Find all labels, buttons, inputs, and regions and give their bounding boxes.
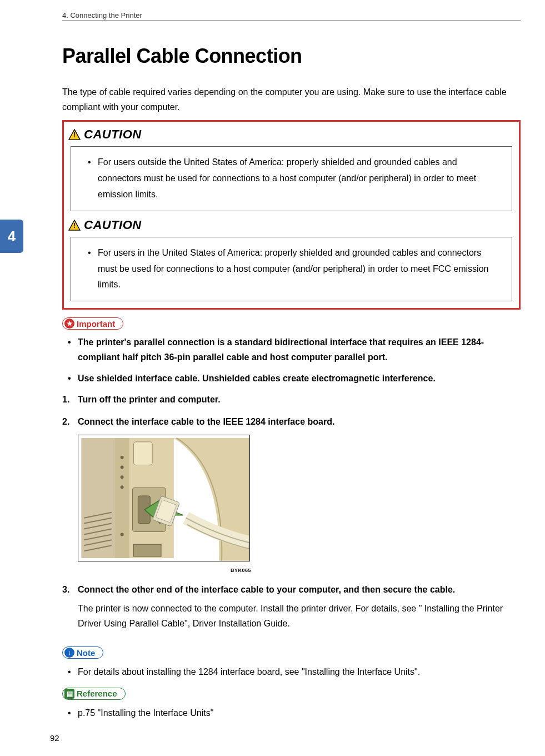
caution-heading-1: ! CAUTION: [68, 127, 514, 142]
caution-heading-2: ! CAUTION: [68, 218, 514, 232]
step-3: Connect the other end of the interface c…: [78, 583, 521, 631]
step-2-text: Connect the interface cable to the IEEE …: [78, 417, 334, 426]
arrow-down-icon: ↓: [64, 648, 74, 658]
step-3-subtext: The printer is now connected to the comp…: [78, 601, 521, 631]
step-2: Connect the interface cable to the IEEE …: [78, 415, 521, 575]
reference-list: p.75 "Installing the Interface Units": [62, 705, 521, 720]
running-header: 4. Connecting the Printer: [62, 11, 142, 19]
page-number: 92: [50, 733, 59, 743]
svg-text:!: !: [73, 221, 76, 230]
reference-label: Reference: [77, 689, 117, 698]
important-label: Important: [77, 319, 115, 329]
chapter-tab: 4: [0, 220, 23, 253]
reference-callout: ▤ Reference: [62, 688, 126, 700]
caution-container: ! CAUTION For users outside the United S…: [62, 120, 521, 310]
warning-triangle-icon: !: [68, 129, 81, 140]
important-list: The printer's parallel connection is a s…: [62, 335, 521, 386]
intro-paragraph: The type of cable required varies depend…: [62, 84, 521, 115]
svg-text:!: !: [73, 131, 76, 140]
main-content: Parallel Cable Connection The type of ca…: [62, 44, 521, 720]
figure-wrap: BYK065: [78, 435, 521, 575]
header-rule: [62, 20, 521, 21]
cable-connection-illustration: [78, 435, 250, 561]
note-callout: ↓ Note: [62, 646, 103, 659]
caution-text-1: For users outside the United States of A…: [98, 155, 501, 202]
caution-label-1: CAUTION: [84, 127, 142, 142]
note-list: For details about installing the 1284 in…: [62, 664, 521, 679]
important-item-1: The printer's parallel connection is a s…: [78, 335, 521, 365]
svg-point-15: [121, 485, 124, 489]
step-3-text: Connect the other end of the interface c…: [78, 585, 455, 594]
caution-text-2: For users in the United States of Americ…: [98, 245, 501, 293]
step-1-text: Turn off the printer and computer.: [78, 395, 221, 404]
svg-rect-21: [133, 544, 161, 556]
note-item: For details about installing the 1284 in…: [78, 664, 521, 679]
svg-point-16: [121, 533, 124, 536]
reference-item: p.75 "Installing the Interface Units": [78, 705, 521, 720]
page-title: Parallel Cable Connection: [62, 44, 521, 68]
caution-box-2: For users in the United States of Americ…: [71, 237, 512, 301]
figure-id: BYK065: [78, 566, 251, 574]
document-icon: ▤: [64, 689, 74, 699]
svg-point-13: [121, 465, 124, 469]
note-label: Note: [77, 648, 95, 658]
caution-label-2: CAUTION: [84, 218, 142, 232]
procedure-steps: Turn off the printer and computer. Conne…: [62, 392, 521, 631]
star-icon: ★: [64, 319, 74, 329]
warning-triangle-icon: !: [68, 220, 81, 231]
important-callout: ★ Important: [62, 317, 123, 330]
svg-rect-18: [133, 441, 152, 465]
svg-point-14: [121, 475, 124, 479]
step-1: Turn off the printer and computer.: [78, 392, 521, 407]
important-item-2: Use shielded interface cable. Unshielded…: [78, 371, 521, 386]
caution-box-1: For users outside the United States of A…: [71, 146, 512, 211]
svg-point-12: [121, 455, 124, 459]
